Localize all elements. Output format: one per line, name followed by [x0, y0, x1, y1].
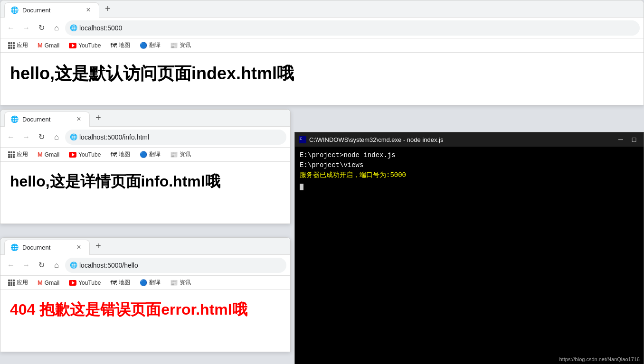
page-content-3: 404 抱歉这是错误页面error.html哦	[0, 290, 290, 352]
bookmark-maps-2[interactable]: 🗺 地图	[106, 149, 134, 159]
bookmark-apps-1[interactable]: 应用	[4, 40, 32, 50]
cmd-title-label: C:\WINDOWS\system32\cmd.exe - node index…	[309, 136, 443, 143]
tab-globe-icon-3: 🌐	[10, 243, 19, 251]
bookmark-news-1[interactable]: 📰 资讯	[166, 40, 195, 50]
bookmark-youtube-label-2: YouTube	[78, 151, 101, 158]
bookmark-youtube-2[interactable]: YouTube	[65, 150, 104, 159]
bookmark-apps-2[interactable]: 应用	[4, 149, 32, 159]
address-bar-container-2: 🌐	[65, 130, 286, 145]
page-title-3: 404 抱歉这是错误页面error.html哦	[10, 299, 281, 320]
bookmark-youtube-3[interactable]: YouTube	[65, 279, 104, 287]
bookmark-gmail-3[interactable]: M Gmail	[34, 278, 63, 287]
svg-rect-1	[300, 138, 302, 138]
bookmark-news-2[interactable]: 📰 资讯	[166, 149, 195, 159]
bookmark-translate-2[interactable]: 🔵 翻译	[136, 149, 164, 159]
bookmark-maps-1[interactable]: 🗺 地图	[106, 40, 134, 50]
tab-close-3[interactable]: ×	[74, 243, 84, 252]
cmd-cursor	[300, 184, 303, 190]
bookmark-gmail-2[interactable]: M Gmail	[34, 150, 63, 159]
new-tab-button-2[interactable]: +	[92, 112, 105, 123]
nav-bar-2: ← → ↻ ⌂ 🌐	[0, 127, 290, 148]
bookmark-gmail-label-2: Gmail	[45, 151, 59, 158]
youtube-icon-2	[69, 152, 76, 158]
bookmark-translate-3[interactable]: 🔵 翻译	[136, 278, 164, 288]
bookmark-news-label-2: 资讯	[180, 150, 191, 159]
bookmark-news-3[interactable]: 📰 资讯	[166, 278, 195, 288]
forward-button-3[interactable]: →	[19, 259, 33, 272]
cmd-title-text: C:\WINDOWS\system32\cmd.exe - node index…	[299, 136, 443, 143]
tab-strip-2: 🌐 Document × +	[0, 110, 290, 127]
cmd-line-1: E:\project>node index.js	[300, 150, 639, 160]
cmd-minimize-button[interactable]: ─	[615, 135, 626, 144]
bookmark-apps-label-3: 应用	[17, 279, 28, 287]
title-bar-2: 🌐 Document × +	[0, 110, 290, 127]
address-globe-icon-1: 🌐	[70, 24, 77, 31]
address-globe-icon-3: 🌐	[70, 261, 77, 269]
page-title-2: hello,这是详情页面info.html哦	[10, 171, 281, 192]
bookmark-maps-label-2: 地图	[119, 150, 130, 159]
reload-button-2[interactable]: ↻	[35, 131, 48, 144]
bookmark-translate-label-3: 翻译	[149, 279, 161, 287]
forward-button-2[interactable]: →	[19, 131, 33, 144]
bookmark-translate-label-1: 翻译	[149, 41, 161, 49]
new-tab-button-1[interactable]: +	[101, 3, 114, 14]
back-button-2[interactable]: ←	[4, 131, 18, 144]
tab-3[interactable]: 🌐 Document ×	[4, 240, 90, 255]
address-globe-icon-2: 🌐	[70, 133, 77, 140]
tab-strip-1: 🌐 Document × +	[0, 0, 644, 18]
bookmark-gmail-1[interactable]: M Gmail	[34, 41, 63, 50]
bookmark-youtube-label-1: YouTube	[78, 42, 101, 49]
bookmark-maps-3[interactable]: 🗺 地图	[106, 278, 134, 288]
bookmark-apps-3[interactable]: 应用	[4, 278, 32, 288]
bookmark-youtube-1[interactable]: YouTube	[65, 41, 104, 50]
tab-close-2[interactable]: ×	[74, 115, 84, 123]
back-button-3[interactable]: ←	[4, 259, 18, 272]
tab-title-1: Document	[22, 7, 50, 14]
tab-globe-icon-1: 🌐	[10, 6, 19, 14]
cmd-line-4	[300, 180, 639, 190]
youtube-icon-3	[69, 280, 76, 286]
tab-close-1[interactable]: ×	[84, 6, 93, 14]
bookmarks-bar-2: 应用 M Gmail YouTube 🗺 地图 🔵 翻译 📰 资讯	[0, 148, 290, 162]
apps-icon-1	[8, 42, 15, 49]
maps-icon-1: 🗺	[110, 42, 117, 49]
translate-icon-1: 🔵	[140, 42, 147, 49]
cmd-footer: https://blog.csdn.net/NanQiao1716	[559, 356, 640, 362]
page-title-1: hello,这是默认访问页面index.html哦	[10, 62, 634, 85]
cmd-maximize-button[interactable]: □	[628, 135, 640, 144]
bookmark-youtube-label-3: YouTube	[78, 280, 101, 286]
home-button-3[interactable]: ⌂	[50, 259, 63, 272]
tab-1[interactable]: 🌐 Document ×	[4, 2, 99, 18]
bookmark-translate-1[interactable]: 🔵 翻译	[136, 40, 164, 50]
tab-2[interactable]: 🌐 Document ×	[4, 112, 90, 127]
address-input-2[interactable]	[65, 130, 286, 145]
maps-icon-3: 🗺	[110, 279, 117, 287]
youtube-icon-1	[69, 43, 76, 48]
cmd-title-bar: C:\WINDOWS\system32\cmd.exe - node index…	[295, 132, 644, 147]
bookmarks-bar-3: 应用 M Gmail YouTube 🗺 地图 🔵 翻译 📰 资讯	[0, 276, 290, 290]
reload-button-1[interactable]: ↻	[35, 21, 48, 35]
browser-window-3: 🌐 Document × + ← → ↻ ⌂ 🌐 应用 M Gmail	[0, 237, 291, 352]
tab-strip-3: 🌐 Document × +	[0, 238, 290, 255]
cmd-controls: ─ □	[615, 135, 640, 144]
forward-button-1[interactable]: →	[19, 21, 33, 35]
cmd-line-3: 服务器已成功开启，端口号为:5000	[300, 170, 639, 180]
tab-globe-icon-2: 🌐	[10, 115, 19, 123]
apps-icon-3	[8, 280, 15, 286]
title-bar-3: 🌐 Document × +	[0, 238, 290, 255]
home-button-1[interactable]: ⌂	[50, 21, 63, 35]
back-button-1[interactable]: ←	[4, 21, 18, 35]
reload-button-3[interactable]: ↻	[35, 259, 48, 272]
address-bar-container-1: 🌐	[65, 20, 640, 36]
svg-rect-3	[300, 140, 302, 140]
home-button-2[interactable]: ⌂	[50, 131, 63, 144]
address-input-3[interactable]	[65, 258, 286, 273]
address-input-1[interactable]	[65, 20, 640, 36]
translate-icon-2: 🔵	[140, 151, 147, 158]
tab-title-3: Document	[22, 244, 50, 251]
browser-window-2: 🌐 Document × + ← → ↻ ⌂ 🌐 应用 M Gmail	[0, 109, 291, 224]
cmd-line-1-text: E:\project>node index.js	[300, 151, 396, 159]
new-tab-button-3[interactable]: +	[92, 241, 105, 252]
apps-icon-2	[8, 151, 15, 158]
page-content-2: hello,这是详情页面info.html哦	[0, 162, 290, 224]
